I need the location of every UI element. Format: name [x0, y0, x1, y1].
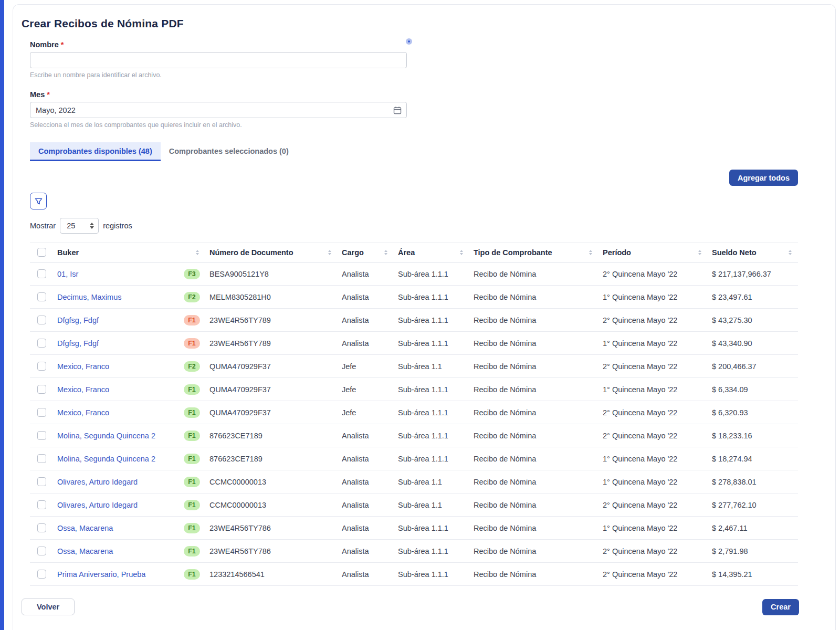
table-row: Ossa, Macarena F1 23WE4R56TY786 Analista… — [30, 517, 798, 540]
registros-label: registros — [103, 222, 132, 230]
row-checkbox[interactable] — [37, 547, 46, 555]
row-checkbox[interactable] — [37, 500, 46, 509]
row-sueldo: $ 2,791.98 — [708, 540, 798, 563]
row-tipo: Recibo de Nómina — [469, 286, 598, 309]
row-sueldo: $ 43,275.30 — [708, 309, 798, 332]
row-checkbox[interactable] — [37, 362, 46, 371]
row-name-link[interactable]: Ossa, Macarena — [57, 547, 113, 555]
agregar-todos-button[interactable]: Agregar todos — [729, 170, 798, 186]
page-size-row: Mostrar 25 registros — [30, 218, 807, 234]
row-periodo: 2° Quincena Mayo '22 — [598, 563, 708, 586]
row-name-link[interactable]: Prima Aniversario, Prueba — [57, 570, 145, 579]
row-checkbox[interactable] — [37, 269, 46, 278]
row-name-link[interactable]: Molina, Segunda Quincena 2 — [57, 432, 155, 440]
row-sueldo: $ 277,762.10 — [708, 494, 798, 517]
row-area: Sub-área 1.1.1 — [394, 447, 469, 470]
column-header[interactable]: Tipo de Comprobante — [469, 243, 598, 262]
volver-button[interactable]: Volver — [22, 598, 75, 615]
row-cargo: Analista — [338, 517, 394, 540]
row-name-link[interactable]: Mexico, Franco — [57, 408, 109, 417]
calendar-icon[interactable] — [392, 105, 403, 116]
nombre-field-block: Nombre * Escribe un nombre para identifi… — [30, 40, 807, 79]
tab-comprobantes-disponibles[interactable]: Comprobantes disponibles (48) — [30, 142, 161, 161]
row-checkbox[interactable] — [37, 431, 46, 440]
row-area: Sub-área 1.1.1 — [394, 262, 469, 286]
row-badge: F1 — [184, 384, 200, 395]
row-checkbox[interactable] — [37, 339, 46, 348]
row-checkbox[interactable] — [37, 570, 46, 579]
filter-button[interactable] — [30, 193, 47, 209]
row-tipo: Recibo de Nómina — [469, 262, 598, 286]
row-name-link[interactable]: Decimus, Maximus — [57, 293, 121, 301]
row-tipo: Recibo de Nómina — [469, 332, 598, 355]
footer-actions: Volver Crear — [22, 598, 799, 615]
row-name-link[interactable]: Ossa, Macarena — [57, 524, 113, 532]
row-checkbox[interactable] — [37, 477, 46, 486]
row-periodo: 1° Quincena Mayo '22 — [598, 447, 708, 470]
table-row: Prima Aniversario, Prueba F1 12332145665… — [30, 563, 798, 586]
table-header-row: BukerNúmero de DocumentoCargoÁreaTipo de… — [30, 243, 798, 262]
row-tipo: Recibo de Nómina — [469, 517, 598, 540]
page-size-select[interactable]: 25 — [60, 218, 99, 234]
row-periodo: 1° Quincena Mayo '22 — [598, 470, 708, 494]
column-header[interactable]: Buker — [53, 243, 205, 262]
row-name-link[interactable]: Dfgfsg, Fdgf — [57, 316, 99, 324]
column-header-label: Tipo de Comprobante — [474, 248, 552, 257]
row-checkbox[interactable] — [37, 523, 46, 532]
row-name-link[interactable]: Olivares, Arturo Idegard — [57, 501, 138, 509]
column-header[interactable]: Cargo — [338, 243, 394, 262]
nombre-label: Nombre * — [30, 40, 807, 49]
table-row: Mexico, Franco F1 QUMA470929F37 Jefe Sub… — [30, 378, 798, 401]
row-checkbox[interactable] — [37, 316, 46, 324]
row-tipo: Recibo de Nómina — [469, 355, 598, 378]
column-header[interactable]: Número de Documento — [205, 243, 338, 262]
tour-beacon-dot[interactable] — [406, 38, 412, 45]
comprobantes-table: BukerNúmero de DocumentoCargoÁreaTipo de… — [30, 242, 798, 586]
row-tipo: Recibo de Nómina — [469, 494, 598, 517]
row-sueldo: $ 43,340.90 — [708, 332, 798, 355]
column-header-label: Cargo — [342, 248, 364, 257]
row-doc: 23WE4R56TY789 — [205, 332, 338, 355]
row-sueldo: $ 200,466.37 — [708, 355, 798, 378]
row-badge: F1 — [184, 523, 200, 533]
column-header[interactable]: Sueldo Neto — [708, 243, 798, 262]
sort-carets-icon — [196, 250, 199, 255]
table-row: Decimus, Maximus F2 MELM8305281H0 Analis… — [30, 286, 798, 309]
tab-comprobantes-seleccionados[interactable]: Comprobantes seleccionados (0) — [161, 142, 297, 161]
row-checkbox[interactable] — [37, 292, 46, 301]
mes-input[interactable] — [30, 102, 407, 118]
mostrar-label: Mostrar — [30, 222, 56, 230]
row-sueldo: $ 278,838.01 — [708, 470, 798, 494]
column-header-label: Período — [603, 248, 631, 257]
nombre-input[interactable] — [30, 52, 407, 68]
row-checkbox[interactable] — [37, 408, 46, 417]
row-name-link[interactable]: Mexico, Franco — [57, 385, 109, 394]
row-name-link[interactable]: Molina, Segunda Quincena 2 — [57, 455, 155, 463]
row-name-link[interactable]: Olivares, Arturo Idegard — [57, 478, 138, 486]
select-all-checkbox[interactable] — [37, 248, 46, 257]
column-header[interactable]: Área — [394, 243, 469, 262]
crear-button[interactable]: Crear — [762, 599, 799, 615]
row-sueldo: $ 2,467.11 — [708, 517, 798, 540]
row-area: Sub-área 1.1.1 — [394, 563, 469, 586]
row-checkbox[interactable] — [37, 385, 46, 394]
row-name-link[interactable]: Dfgfsg, Fdgf — [57, 339, 99, 348]
column-header[interactable]: Período — [598, 243, 708, 262]
column-header-label: Buker — [57, 248, 79, 257]
row-doc: 876623CE7189 — [205, 424, 338, 447]
select-stepper-icon — [90, 223, 94, 229]
row-checkbox[interactable] — [37, 454, 46, 463]
row-sueldo: $ 23,497.61 — [708, 286, 798, 309]
row-area: Sub-área 1.1 — [394, 470, 469, 494]
sort-carets-icon — [789, 250, 792, 255]
row-periodo: 1° Quincena Mayo '22 — [598, 378, 708, 401]
row-tipo: Recibo de Nómina — [469, 563, 598, 586]
row-name-link[interactable]: 01, Isr — [57, 270, 78, 278]
mes-label: Mes * — [30, 90, 807, 99]
sort-carets-icon — [384, 250, 387, 255]
row-sueldo: $ 217,137,966.37 — [708, 262, 798, 286]
row-doc: CCMC00000013 — [205, 470, 338, 494]
row-name-link[interactable]: Mexico, Franco — [57, 362, 109, 371]
required-asterisk: * — [47, 90, 50, 99]
row-badge: F2 — [184, 292, 200, 302]
